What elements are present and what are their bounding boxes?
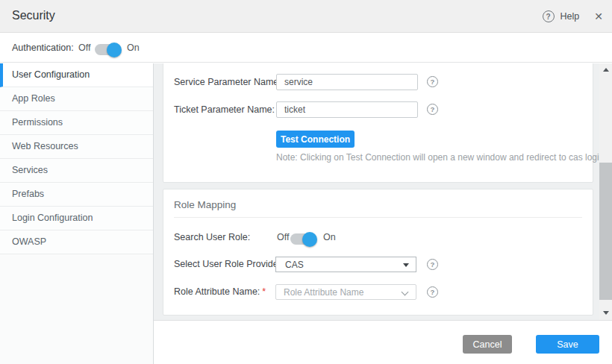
select-caret-icon — [403, 263, 409, 267]
scroll-up-arrow-icon[interactable] — [603, 68, 609, 72]
provider-label: Select User Role Provider: — [174, 259, 284, 269]
help-icon[interactable]: ? — [543, 10, 555, 22]
vertical-scrollbar[interactable] — [599, 63, 612, 320]
role-attribute-label: Role Attribute Name:* — [174, 286, 266, 297]
dialog-header: Security ? Help ✕ — [0, 0, 612, 33]
ticket-parameter-label: Ticket Parameter Name:* — [174, 104, 281, 115]
sidebar-item-permissions[interactable]: Permissions — [0, 111, 153, 135]
role-attribute-combobox — [275, 284, 416, 300]
cas-configuration-card: Service Parameter Name:* ? Ticket Parame… — [163, 63, 593, 183]
authentication-off-label: Off — [78, 43, 90, 53]
provider-help-icon[interactable]: ? — [427, 259, 438, 270]
role-mapping-title: Role Mapping — [174, 199, 236, 210]
test-connection-button[interactable]: Test Connection — [276, 131, 355, 148]
role-attribute-help-icon[interactable]: ? — [427, 286, 438, 298]
close-icon[interactable]: ✕ — [594, 10, 603, 22]
test-connection-note: Note: Clicking on Test Connection will o… — [276, 152, 599, 163]
dialog-footer: Cancel Save — [154, 320, 612, 364]
settings-sidebar: User Configuration App Roles Permissions… — [0, 63, 154, 364]
search-user-role-toggle[interactable] — [290, 233, 314, 245]
header-actions: ? Help ✕ — [543, 0, 603, 33]
provider-select[interactable]: CAS — [275, 257, 416, 272]
sidebar-item-prefabs[interactable]: Prefabs — [0, 183, 153, 207]
search-user-role-on-label: On — [323, 232, 336, 242]
search-user-role-label: Search User Role: — [174, 232, 250, 242]
sidebar-item-login-configuration[interactable]: Login Configuration — [0, 207, 153, 230]
toggle-knob-icon — [107, 43, 122, 57]
service-parameter-input[interactable] — [276, 74, 418, 90]
authentication-toggle[interactable] — [95, 44, 119, 55]
authentication-on-label: On — [127, 43, 140, 53]
content-scroll-region: Service Parameter Name:* ? Ticket Parame… — [154, 63, 599, 320]
role-mapping-card: Role Mapping Search User Role: Off On Se… — [163, 189, 593, 316]
cancel-button[interactable]: Cancel — [463, 335, 512, 354]
scroll-down-arrow-icon[interactable] — [603, 311, 609, 315]
security-dialog: Security ? Help ✕ Authentication: Off On… — [0, 0, 612, 364]
sidebar-item-owasp[interactable]: OWASP — [0, 230, 153, 254]
authentication-bar: Authentication: Off On — [0, 34, 612, 63]
ticket-parameter-help-icon[interactable]: ? — [427, 104, 438, 115]
service-parameter-label: Service Parameter Name:* — [174, 77, 287, 87]
role-attribute-input[interactable] — [276, 285, 416, 299]
sidebar-item-web-resources[interactable]: Web Resources — [0, 135, 153, 159]
toggle-knob-icon — [302, 232, 317, 247]
scrollbar-thumb[interactable] — [599, 163, 612, 300]
search-user-role-off-label: Off — [277, 232, 289, 242]
authentication-label: Authentication: — [12, 43, 74, 53]
service-parameter-help-icon[interactable]: ? — [427, 76, 438, 87]
provider-selected-value: CAS — [285, 260, 304, 270]
required-asterisk: * — [262, 286, 266, 297]
sidebar-item-services[interactable]: Services — [0, 159, 153, 183]
sidebar-item-user-configuration[interactable]: User Configuration — [0, 63, 153, 87]
role-mapping-divider — [174, 217, 582, 218]
ticket-parameter-input[interactable] — [276, 101, 418, 118]
save-button[interactable]: Save — [536, 335, 599, 354]
sidebar-item-app-roles[interactable]: App Roles — [0, 87, 153, 111]
help-link[interactable]: Help — [561, 11, 580, 22]
page-title: Security — [12, 9, 55, 22]
